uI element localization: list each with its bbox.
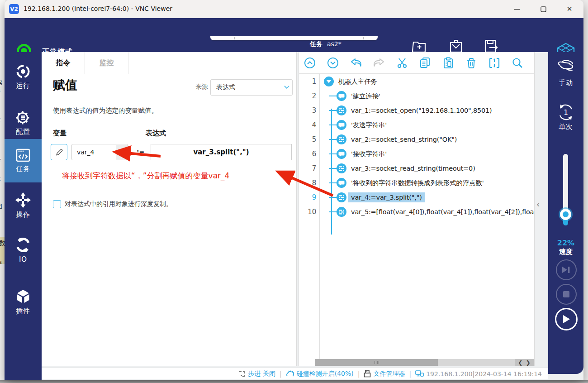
play-button[interactable] [555,308,578,330]
node-text[interactable]: 机器人主任务 [335,76,380,87]
target-icon [15,64,31,79]
minimize-button[interactable]: — [507,0,527,18]
tree-row[interactable]: 2'建立连接' [299,89,534,103]
tree-row[interactable]: 7var_3:=socket_read_string(timeout=0) [299,161,534,176]
manual-mode-button[interactable]: 手动 [548,59,583,87]
tree-row[interactable]: 4'发送字符串' [299,118,534,132]
variable-select[interactable]: var_4 [71,144,128,160]
expand-all-button[interactable] [327,57,339,69]
task-value: as2* [327,40,341,48]
tree-row[interactable]: 1机器人主任务 [299,74,534,89]
sidebar-item-label: 运行 [16,81,30,90]
sidebar-item-plugin[interactable]: 插件 [5,281,42,323]
task-row: 任务as2* [310,40,341,48]
step-status[interactable]: 步进 关闭 [238,370,275,378]
single-cycle-icon: 1 [556,103,575,122]
tree-row[interactable]: 8'将收到的字符串数据转换成列表形式的浮点数' [299,176,534,190]
node-text[interactable]: var_5:=[float(var_4[0]),float(var_4[1]),… [348,207,535,217]
move-arrows-icon [15,192,31,208]
connection-status: 192.168.1.200|2024-03-14 16:19:14 [415,370,542,378]
step-next-button[interactable] [556,259,577,280]
vnc-logo: V2 [9,4,19,14]
task-tree: 1机器人主任务2'建立连接'3var_1:=socket_open("192.1… [299,74,534,273]
cut-button[interactable] [396,57,408,69]
network-icon [415,370,424,377]
sidebar-item-config[interactable]: 配置 [5,102,42,144]
node-text[interactable]: '建立连接' [348,91,384,102]
collapse-node-icon[interactable] [324,77,334,86]
folder-plus-icon [411,38,427,54]
desktop-bottom-strip [0,380,588,383]
tree-row[interactable]: 10var_5:=[float(var_4[0]),float(var_4[1]… [299,205,534,219]
horizontal-scrollbar[interactable] [315,359,534,366]
source-select[interactable]: 表达式 [210,79,293,96]
replace-button[interactable] [488,57,501,69]
code-window-icon [15,148,31,163]
sidebar-item-io[interactable]: IO [5,229,42,271]
save-icon [483,38,499,54]
hand-icon [556,59,575,77]
collision-status[interactable]: 碰撞检测开启(40%) [286,370,354,378]
tab-command[interactable]: 指令 [42,52,85,74]
stop-button[interactable] [556,284,577,305]
panel-tabbar: 指令 监控 [42,52,296,74]
maximize-icon [541,6,546,12]
delete-button[interactable] [465,57,478,69]
sidebar-item-run[interactable]: 运行 [5,56,42,98]
maximize-button[interactable] [533,0,554,18]
file-manager-link[interactable]: 文件管理器 [364,370,405,378]
tree-row[interactable]: 9var_4:=var_3.split(",") [299,190,534,205]
node-text[interactable]: var_2:=socket_send_string("OK") [348,134,460,144]
tree-row[interactable]: 3var_1:=socket_open("192.168.1.100",8501… [299,103,534,118]
scroll-left-arrow[interactable]: ❮ [518,359,522,366]
scrollbar-arrows: ❮ ❯ [515,359,534,366]
node-text[interactable]: '将收到的字符串数据转换成列表形式的浮点数' [348,177,487,189]
expression-input[interactable]: var_3.split(",") [151,144,292,160]
collapse-all-button[interactable] [303,57,316,69]
close-button[interactable]: ✕ [559,0,580,18]
node-text[interactable]: var_4:=var_3.split(",") [348,192,425,202]
vnc-toolbar-notch[interactable] [210,36,378,40]
step-icon [238,370,246,377]
node-text[interactable]: '接收字符串' [348,148,390,160]
line-number: 9 [299,193,316,201]
tree-connector [329,96,337,96]
search-button[interactable] [511,57,524,69]
node-text[interactable]: var_3:=socket_read_string(timeout=0) [348,163,479,173]
right-sidebar: 手动 1 单次 22% 速度 [548,52,583,374]
redo-button[interactable] [373,57,385,69]
statement-icon [337,134,346,144]
line-number: 4 [299,121,316,129]
tree-connector [329,110,337,111]
sidebar-item-task[interactable]: 任务 [5,139,42,182]
skip-next-icon [562,266,571,273]
page-title: 赋值 [53,77,77,93]
tab-monitor[interactable]: 监控 [85,52,128,74]
undo-button[interactable] [350,57,362,69]
comment-icon [337,178,346,188]
single-cycle-button[interactable]: 1 单次 [548,103,583,131]
variable-value: var_4 [77,148,116,156]
tree-connector [329,124,337,125]
source-label: 来源 [195,83,208,91]
tree-connector [329,168,337,169]
sidebar-item-operate[interactable]: 操作 [5,184,42,227]
edit-variable-button[interactable] [51,144,67,160]
tree-row[interactable]: 5var_2:=socket_send_string("OK") [299,132,534,147]
scroll-right-arrow[interactable]: ❯ [526,359,531,366]
tree-row[interactable]: 6'接收字符串' [299,147,534,161]
scrollbar-thumb[interactable] [315,359,438,366]
gear-icon [15,110,31,125]
copy-button[interactable] [419,57,432,69]
node-text[interactable]: var_1:=socket_open("192.168.1.100",8501) [348,105,495,115]
speed-slider-thumb[interactable] [560,209,571,220]
panel-collapse-chevron[interactable]: ‹ [536,199,540,209]
file-manager-icon [364,370,371,378]
statement-icon [337,192,346,202]
source-value: 表达式 [216,83,281,91]
line-number: 3 [299,106,316,115]
comment-icon [337,91,346,101]
deep-copy-checkbox[interactable] [53,200,61,208]
node-text[interactable]: '发送字符串' [348,120,390,131]
paste-button[interactable] [442,57,455,69]
